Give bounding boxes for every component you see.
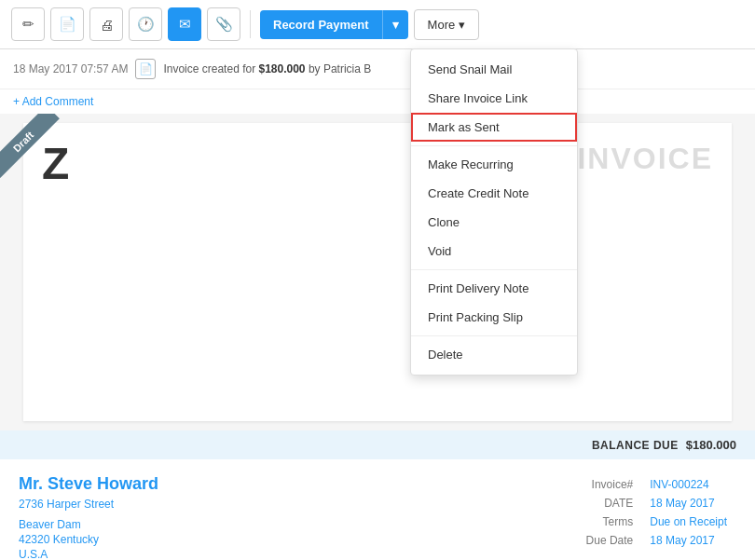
menu-item-clone[interactable]: Clone (411, 208, 577, 237)
attachment-icon: 📎 (215, 16, 233, 33)
date-label: DATE (579, 495, 641, 512)
invoice-header: Z INVOICE (42, 142, 713, 186)
client-address1: 2736 Harper Street (19, 498, 158, 511)
draft-ribbon: Draft (0, 114, 75, 188)
activity-icon: 📄 (135, 59, 156, 79)
attachment-button[interactable]: 📎 (207, 7, 240, 41)
invoice-area: Draft Z INVOICE (0, 114, 755, 430)
activity-bar: 18 May 2017 07:57 AM 📄 Invoice created f… (0, 49, 755, 89)
menu-item-delete[interactable]: Delete (411, 340, 577, 369)
activity-timestamp: 18 May 2017 07:57 AM (13, 62, 128, 75)
draft-label: Draft (0, 114, 60, 178)
divider-1 (411, 145, 577, 146)
invoice-number-label: Invoice# (579, 476, 641, 493)
menu-item-share-invoice-link[interactable]: Share Invoice Link (411, 84, 577, 113)
file-button[interactable]: 📄 (50, 7, 84, 41)
meta-terms-row: Terms Due on Receipt (579, 513, 734, 530)
date-value: 18 May 2017 (642, 495, 734, 512)
email-button[interactable]: ✉ (168, 7, 201, 41)
record-payment-button[interactable]: Record Payment ▾ (260, 10, 408, 39)
client-city: Beaver Dam (19, 518, 158, 531)
activity-by: by Patricia B (306, 62, 372, 75)
edit-button[interactable]: ✏ (11, 7, 45, 41)
divider-2 (411, 269, 577, 270)
meta-date-row: DATE 18 May 2017 (579, 495, 734, 512)
meta-due-date-row: Due Date 18 May 2017 (579, 532, 734, 549)
terms-label: Terms (579, 513, 641, 530)
divider-3 (411, 335, 577, 336)
history-button[interactable]: 🕐 (129, 7, 162, 41)
file-icon: 📄 (59, 16, 76, 33)
due-date-value: 18 May 2017 (642, 532, 734, 549)
menu-item-print-delivery-note[interactable]: Print Delivery Note (411, 274, 577, 303)
record-payment-label: Record Payment (260, 10, 382, 39)
record-payment-caret[interactable]: ▾ (382, 10, 408, 39)
more-label: More (428, 18, 456, 32)
toolbar: ✏ 📄 🖨 🕐 ✉ 📎 Record Payment ▾ More ▾ (0, 0, 755, 49)
due-date-label: Due Date (579, 532, 641, 549)
add-comment-link[interactable]: + Add Comment (0, 89, 755, 114)
client-country: U.S.A (19, 548, 158, 560)
invoice-content: Z INVOICE (23, 123, 732, 421)
activity-text-prefix: Invoice created for (163, 62, 258, 75)
print-button[interactable]: 🖨 (89, 7, 123, 41)
separator (250, 10, 251, 38)
menu-item-void[interactable]: Void (411, 237, 577, 266)
menu-item-create-credit-note[interactable]: Create Credit Note (411, 179, 577, 208)
menu-item-mark-as-sent[interactable]: Mark as Sent (411, 113, 577, 142)
balance-due-label: BALANCE DUE (592, 439, 679, 452)
client-info: Mr. Steve Howard 2736 Harper Street Beav… (19, 474, 158, 560)
more-caret-icon: ▾ (459, 18, 465, 32)
email-icon: ✉ (179, 16, 191, 33)
client-name: Mr. Steve Howard (19, 474, 158, 494)
terms-value: Due on Receipt (642, 513, 734, 530)
activity-text: Invoice created for $180.000 by Patricia… (163, 62, 371, 75)
menu-item-print-packing-slip[interactable]: Print Packing Slip (411, 303, 577, 332)
client-info-row: Mr. Steve Howard 2736 Harper Street Beav… (0, 459, 755, 560)
invoice-meta: Invoice# INV-000224 DATE 18 May 2017 Ter… (577, 474, 736, 560)
edit-icon: ✏ (22, 16, 34, 33)
client-state-zip: 42320 Kentucky (19, 533, 158, 546)
invoice-number-value: INV-000224 (642, 476, 734, 493)
balance-due-bar: BALANCE DUE $180.000 (0, 430, 755, 459)
print-icon: 🖨 (100, 17, 114, 33)
more-dropdown-menu: Send Snail Mail Share Invoice Link Mark … (410, 48, 578, 376)
menu-item-send-snail-mail[interactable]: Send Snail Mail (411, 55, 577, 84)
clock-icon: 🕐 (137, 16, 155, 33)
balance-due-amount: $180.000 (686, 438, 736, 452)
activity-amount: $180.000 (258, 62, 305, 75)
invoice-meta-table: Invoice# INV-000224 DATE 18 May 2017 Ter… (577, 474, 736, 551)
invoice-title: INVOICE (577, 142, 713, 176)
more-button[interactable]: More ▾ (414, 9, 480, 40)
menu-item-make-recurring[interactable]: Make Recurring (411, 150, 577, 179)
meta-invoice-row: Invoice# INV-000224 (579, 476, 734, 493)
